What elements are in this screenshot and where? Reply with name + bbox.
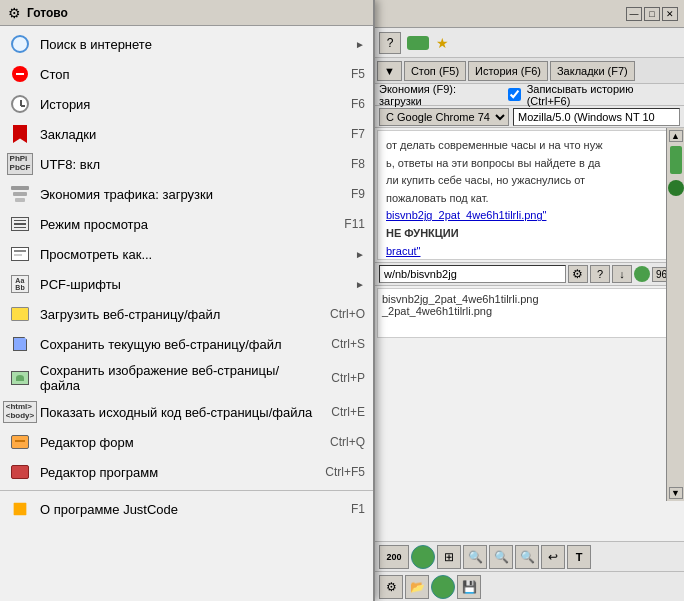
agent-row: Экономия (F9): загрузки Записывать истор… bbox=[375, 84, 684, 106]
pcf-menu-arrow: ► bbox=[355, 279, 365, 290]
menu-item-traffic[interactable]: Экономия трафика: загрузки F9 bbox=[0, 179, 373, 209]
browser-area: ? ★ ▼ Стоп (F5) История (F6) Закладки (F… bbox=[375, 28, 684, 601]
saveimg-menu-icon bbox=[8, 367, 32, 389]
url-icon-download[interactable]: ↓ bbox=[612, 265, 632, 283]
menu-item-load[interactable]: Загрузить веб-страницу/файл Ctrl+O bbox=[0, 299, 373, 329]
btn-circle-green[interactable] bbox=[411, 545, 435, 569]
btn-zoom-in-2[interactable]: 🔍 bbox=[489, 545, 513, 569]
menu-item-search[interactable]: Поиск в интернете ► bbox=[0, 29, 373, 59]
browser-window: ⚙ Готово — □ ✕ ? ★ ▼ Стоп (F5) История (… bbox=[0, 0, 684, 601]
content-text-4: пожаловать под кат. bbox=[386, 190, 673, 208]
dropdown-btn[interactable]: ▼ bbox=[377, 61, 402, 81]
menu-item-source[interactable]: <html><body> Показать исходный код веб-с… bbox=[0, 397, 373, 427]
url-icon-gear[interactable]: ⚙ bbox=[568, 265, 588, 283]
viewmode-menu-shortcut: F11 bbox=[344, 217, 365, 231]
menu-item-save[interactable]: Сохранить текущую веб-страницу/файл Ctrl… bbox=[0, 329, 373, 359]
menu-item-preview[interactable]: Просмотреть как... ► bbox=[0, 239, 373, 269]
history-menu-icon bbox=[8, 93, 32, 115]
help-icon[interactable]: ? bbox=[379, 32, 401, 54]
btn-text[interactable]: T bbox=[567, 545, 591, 569]
content-link-1[interactable]: bisvnb2jg_2pat_4we6h1tilrli.png" bbox=[386, 207, 673, 225]
saveimg-menu-shortcut: Ctrl+P bbox=[331, 371, 365, 385]
scroll-up-btn[interactable]: ▲ bbox=[669, 130, 683, 142]
btn-refresh[interactable]: ↩ bbox=[541, 545, 565, 569]
stop-button[interactable]: Стоп (F5) bbox=[404, 61, 466, 81]
star-icon[interactable]: ★ bbox=[431, 32, 453, 54]
search-menu-icon bbox=[8, 33, 32, 55]
history-menu-label: История bbox=[40, 97, 335, 112]
btn-grid[interactable]: ⊞ bbox=[437, 545, 461, 569]
maximize-button[interactable]: □ bbox=[644, 7, 660, 21]
menu-item-history[interactable]: История F6 bbox=[0, 89, 373, 119]
btn-folder[interactable]: 📂 bbox=[405, 575, 429, 599]
formeditor-menu-icon bbox=[8, 431, 32, 453]
about-menu-label: О программе JustCode bbox=[40, 502, 335, 517]
close-button[interactable]: ✕ bbox=[662, 7, 678, 21]
btn-settings2[interactable]: ⚙ bbox=[379, 575, 403, 599]
btn-200[interactable]: 200 bbox=[379, 545, 409, 569]
load-menu-shortcut: Ctrl+O bbox=[330, 307, 365, 321]
menu-title-bar: ⚙ Готово bbox=[0, 0, 373, 26]
record-history-label: Записывать историю (Ctrl+F6) bbox=[527, 83, 680, 107]
utf8-menu-label: UTF8: вкл bbox=[40, 157, 335, 172]
search-menu-arrow: ► bbox=[355, 39, 365, 50]
menu-item-programeditor[interactable]: Редактор программ Ctrl+F5 bbox=[0, 457, 373, 487]
url-input[interactable] bbox=[379, 265, 566, 283]
menu-item-stop[interactable]: Стоп F5 bbox=[0, 59, 373, 89]
log-area: bisvnb2jg_2pat_4we6h1tilrli.png _2pat_4w… bbox=[377, 288, 680, 338]
bookmarks-menu-shortcut: F7 bbox=[351, 127, 365, 141]
btn-zoom-out[interactable]: 🔍 bbox=[515, 545, 539, 569]
save-menu-shortcut: Ctrl+S bbox=[331, 337, 365, 351]
minimize-button[interactable]: — bbox=[626, 7, 642, 21]
load-menu-icon bbox=[8, 303, 32, 325]
url-icon-help[interactable]: ? bbox=[590, 265, 610, 283]
scroll-down-btn[interactable]: ▼ bbox=[669, 487, 683, 499]
menu-item-saveimg[interactable]: Сохранить изображение веб-страницы/файла… bbox=[0, 359, 373, 397]
btn-save2[interactable]: 💾 bbox=[457, 575, 481, 599]
programEditor-menu-shortcut: Ctrl+F5 bbox=[325, 465, 365, 479]
menu-item-utf8[interactable]: PhPiPbCF UTF8: вкл F8 bbox=[0, 149, 373, 179]
menu-item-bookmarks[interactable]: Закладки F7 bbox=[0, 119, 373, 149]
log-line-2: _2pat_4we6h1tilrli.png bbox=[382, 305, 675, 317]
history-button[interactable]: История (F6) bbox=[468, 61, 548, 81]
bookmarks-menu-label: Закладки bbox=[40, 127, 335, 142]
btn-dot-green2[interactable] bbox=[431, 575, 455, 599]
url-icon-dot bbox=[634, 266, 650, 282]
nav-row: ▼ Стоп (F5) История (F6) Закладки (F7) bbox=[375, 58, 684, 84]
bookmarks-menu-icon bbox=[8, 123, 32, 145]
content-link-2[interactable]: bracut" bbox=[386, 243, 673, 260]
formEditor-menu-shortcut: Ctrl+Q bbox=[330, 435, 365, 449]
right-scrollbar[interactable]: ▲ ▼ bbox=[666, 128, 684, 501]
ua-input[interactable] bbox=[513, 108, 680, 126]
preview-menu-label: Просмотреть как... bbox=[40, 247, 355, 262]
content-text-3: ли купить себе часы, но ужаснулись от bbox=[386, 172, 673, 190]
menu-title-text: Готово bbox=[27, 6, 68, 20]
menu-separator bbox=[0, 490, 373, 491]
economy-label: Экономия (F9): загрузки bbox=[379, 83, 502, 107]
traffic-menu-label: Экономия трафика: загрузки bbox=[40, 187, 335, 202]
content-text-2: ь, ответы на эти вопросы вы найдете в да bbox=[386, 155, 673, 173]
menu-title-icon: ⚙ bbox=[8, 5, 21, 21]
browser-select[interactable]: C Google Chrome 74 bbox=[379, 108, 509, 126]
scroll-circle-green bbox=[668, 180, 684, 196]
menu-item-about[interactable]: О программе JustCode F1 bbox=[0, 494, 373, 524]
programeditor-menu-icon bbox=[8, 461, 32, 483]
search-menu-label: Поиск в интернете bbox=[40, 37, 355, 52]
save-menu-icon bbox=[8, 333, 32, 355]
bookmarks-button[interactable]: Закладки (F7) bbox=[550, 61, 635, 81]
menu-item-formeditor[interactable]: Редактор форм Ctrl+Q bbox=[0, 427, 373, 457]
stop-menu-icon bbox=[8, 63, 32, 85]
preview-menu-icon bbox=[8, 243, 32, 265]
menu-item-pcf[interactable]: AaBb PCF-шрифты ► bbox=[0, 269, 373, 299]
scroll-thumb-green bbox=[670, 146, 682, 174]
btn-zoom-in-1[interactable]: 🔍 bbox=[463, 545, 487, 569]
viewmode-menu-label: Режим просмотра bbox=[40, 217, 328, 232]
menu-overlay: ⚙ Готово Поиск в интернете ► Стоп bbox=[0, 0, 375, 601]
record-history-checkbox[interactable] bbox=[508, 88, 521, 101]
traffic-menu-shortcut: F9 bbox=[351, 187, 365, 201]
viewmode-menu-icon bbox=[8, 213, 32, 235]
menu-item-viewmode[interactable]: Режим просмотра F11 bbox=[0, 209, 373, 239]
source-menu-label: Показать исходный код веб-страницы/файла bbox=[40, 405, 315, 420]
toolbar-row1: ? ★ bbox=[375, 28, 684, 58]
green-indicator bbox=[407, 36, 429, 50]
